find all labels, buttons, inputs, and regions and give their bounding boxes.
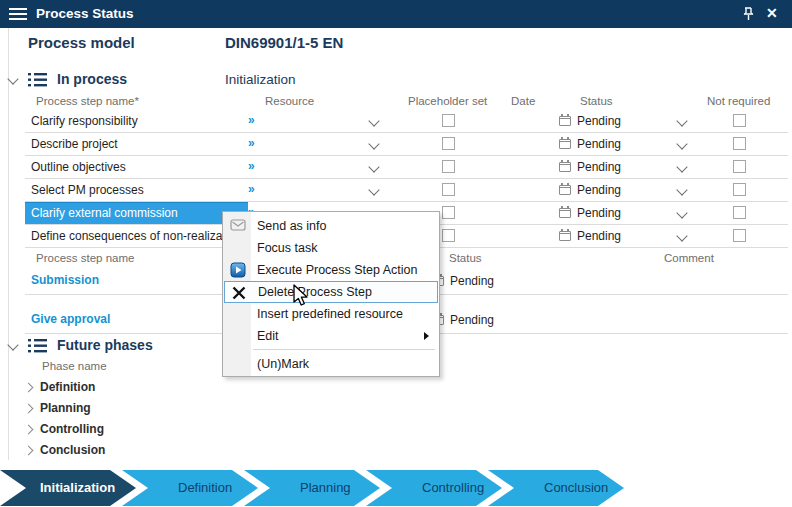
expand-chevron-icon[interactable] — [24, 383, 34, 393]
menu-item-send-as-info[interactable]: Send as info — [224, 215, 438, 237]
calendar-icon — [559, 162, 571, 172]
list-icon — [28, 339, 47, 353]
table-row[interactable]: Select PM processes » Pending — [0, 179, 792, 202]
sub-col-status: Status — [449, 252, 482, 264]
resource-dropdown-icon[interactable] — [368, 115, 379, 126]
status-dropdown-icon[interactable] — [676, 138, 687, 149]
resource-link[interactable]: » — [248, 113, 255, 127]
phase-name: Conclusion — [40, 443, 105, 457]
placeholder-checkbox[interactable] — [442, 160, 455, 173]
substep-link-give-approval[interactable]: Give approval — [31, 312, 110, 326]
hamburger-icon[interactable] — [9, 8, 27, 20]
menu-item-label: Delete Process Step — [258, 285, 372, 299]
col-status: Status — [580, 95, 613, 107]
menu-item-label: Edit — [257, 329, 279, 343]
col-placeholder-set: Placeholder set — [408, 95, 487, 107]
status-dropdown-icon[interactable] — [676, 230, 687, 241]
table-row[interactable]: Clarify responsibility » Pending — [0, 110, 792, 133]
status-dropdown-icon[interactable] — [676, 207, 687, 218]
menu-item-edit[interactable]: Edit — [224, 325, 438, 347]
placeholder-checkbox[interactable] — [442, 206, 455, 219]
menu-item-label: Insert predefined resource — [257, 307, 403, 321]
not-required-checkbox[interactable] — [733, 183, 746, 196]
context-menu: Send as info Focus task Execute Process … — [222, 211, 440, 377]
resource-dropdown-icon[interactable] — [368, 138, 379, 149]
placeholder-checkbox[interactable] — [442, 183, 455, 196]
menu-item-execute-action[interactable]: Execute Process Step Action — [224, 259, 438, 281]
not-required-checkbox[interactable] — [733, 160, 746, 173]
status-value: Pending — [577, 229, 621, 243]
pin-icon[interactable] — [741, 6, 756, 22]
placeholder-checkbox[interactable] — [442, 137, 455, 150]
expand-chevron-icon[interactable] — [24, 425, 34, 435]
expand-chevron-icon[interactable] — [24, 446, 34, 456]
status-value: Pending — [577, 137, 621, 151]
menu-item-focus-task[interactable]: Focus task — [224, 237, 438, 259]
status-value: Pending — [577, 160, 621, 174]
process-model-label: Process model — [28, 34, 135, 51]
col-not-required: Not required — [707, 95, 770, 107]
not-required-checkbox[interactable] — [733, 206, 746, 219]
current-phase-value: Initialization — [225, 72, 296, 87]
tree-item-definition[interactable]: Definition — [0, 379, 300, 397]
resource-link[interactable]: » — [248, 159, 255, 173]
collapse-chevron-icon[interactable] — [7, 339, 18, 350]
sub-col-process-step-name: Process step name — [36, 252, 134, 264]
status-dropdown-icon[interactable] — [676, 184, 687, 195]
resource-dropdown-icon[interactable] — [368, 161, 379, 172]
substep-status: Pending — [450, 313, 494, 327]
process-status-panel: Process Status ✕ Process model DIN69901/… — [0, 0, 792, 507]
calendar-icon — [559, 139, 571, 149]
resource-link[interactable]: » — [248, 136, 255, 150]
status-dropdown-icon[interactable] — [676, 115, 687, 126]
phase-chevron-controlling[interactable]: Controlling — [366, 470, 502, 506]
calendar-icon — [559, 208, 571, 218]
expand-chevron-icon[interactable] — [24, 404, 34, 414]
placeholder-checkbox[interactable] — [442, 114, 455, 127]
phase-name: Controlling — [40, 422, 104, 436]
tree-item-controlling[interactable]: Controlling — [0, 421, 300, 439]
menu-item-insert-predefined-resource[interactable]: Insert predefined resource — [224, 303, 438, 325]
status-value: Pending — [577, 206, 621, 220]
substep-link-submission[interactable]: Submission — [31, 273, 99, 287]
resource-dropdown-icon[interactable] — [368, 184, 379, 195]
menu-item-label: Execute Process Step Action — [257, 263, 418, 277]
phase-name: Definition — [40, 380, 95, 394]
phase-chevron-initialization[interactable]: Initialization — [0, 470, 136, 506]
phase-bar: Initialization Definition Planning Contr… — [0, 470, 792, 506]
tree-item-conclusion[interactable]: Conclusion — [0, 442, 300, 460]
section-title-in-process[interactable]: In process — [57, 71, 127, 87]
menu-item-label: Focus task — [257, 241, 317, 255]
status-value: Pending — [577, 183, 621, 197]
tree-item-planning[interactable]: Planning — [0, 400, 300, 418]
col-process-step-name: Process step name* — [36, 95, 139, 107]
col-date: Date — [511, 95, 535, 107]
menu-item-delete-process-step[interactable]: Delete Process Step — [224, 281, 438, 303]
placeholder-checkbox[interactable] — [442, 229, 455, 242]
step-name: Clarify responsibility — [31, 114, 138, 128]
mouse-cursor — [293, 284, 311, 312]
phase-chevron-planning[interactable]: Planning — [244, 470, 380, 506]
status-value: Pending — [577, 114, 621, 128]
phase-chevron-definition[interactable]: Definition — [122, 470, 258, 506]
table-row[interactable]: Outline objectives » Pending — [0, 156, 792, 179]
close-icon[interactable]: ✕ — [766, 5, 778, 21]
not-required-checkbox[interactable] — [733, 229, 746, 242]
process-model-value: DIN69901/1-5 EN — [225, 34, 343, 51]
step-name: Define consequences of non-realization — [31, 229, 242, 243]
step-name: Describe project — [31, 137, 118, 151]
phase-chevron-conclusion[interactable]: Conclusion — [488, 470, 624, 506]
not-required-checkbox[interactable] — [733, 137, 746, 150]
sub-col-comment: Comment — [664, 252, 714, 264]
collapse-chevron-icon[interactable] — [7, 73, 18, 84]
menu-item-label: (Un)Mark — [257, 357, 309, 371]
not-required-checkbox[interactable] — [733, 114, 746, 127]
section-title-future-phases[interactable]: Future phases — [57, 337, 153, 353]
envelope-icon — [230, 218, 246, 234]
menu-item-unmark[interactable]: (Un)Mark — [224, 353, 438, 375]
resource-link[interactable]: » — [248, 182, 255, 196]
status-dropdown-icon[interactable] — [676, 161, 687, 172]
phase-name: Planning — [40, 401, 91, 415]
table-row[interactable]: Describe project » Pending — [0, 133, 792, 156]
step-name: Outline objectives — [31, 160, 126, 174]
